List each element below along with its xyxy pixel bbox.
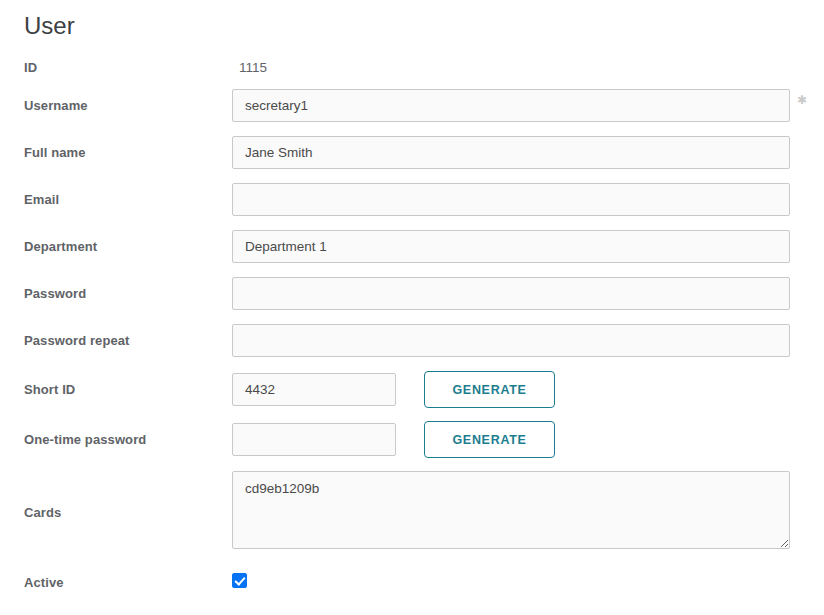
field-row-department: Department — [24, 230, 800, 263]
user-form-page: User ID 1115 Username ✱ Full name Email — [0, 0, 824, 592]
department-label: Department — [24, 239, 232, 254]
password-repeat-label: Password repeat — [24, 333, 232, 348]
password-repeat-input[interactable] — [232, 324, 790, 357]
full-name-input[interactable] — [232, 136, 790, 169]
field-row-username: Username ✱ — [24, 89, 800, 122]
one-time-password-label: One-time password — [24, 432, 232, 447]
id-label: ID — [24, 60, 232, 75]
field-row-cards: Cards cd9eb1209b — [24, 471, 800, 553]
cards-label: Cards — [24, 505, 232, 520]
active-checkbox[interactable] — [232, 573, 247, 588]
email-label: Email — [24, 192, 232, 207]
short-id-label: Short ID — [24, 382, 232, 397]
department-input[interactable] — [232, 230, 790, 263]
field-row-full-name: Full name — [24, 136, 800, 169]
cards-textarea[interactable]: cd9eb1209b — [232, 471, 790, 549]
full-name-label: Full name — [24, 145, 232, 160]
active-label: Active — [24, 575, 232, 590]
short-id-input[interactable] — [232, 373, 396, 406]
username-input[interactable] — [232, 89, 790, 122]
field-row-one-time-password: One-time password GENERATE — [24, 421, 800, 458]
password-label: Password — [24, 286, 232, 301]
page-title: User — [24, 12, 800, 40]
id-value: 1115 — [232, 60, 790, 75]
field-row-password-repeat: Password repeat — [24, 324, 800, 357]
field-row-id: ID 1115 — [24, 60, 800, 75]
field-row-password: Password — [24, 277, 800, 310]
field-row-short-id: Short ID GENERATE — [24, 371, 800, 408]
one-time-password-input[interactable] — [232, 423, 396, 456]
generate-short-id-button[interactable]: GENERATE — [424, 371, 555, 408]
field-row-active: Active — [24, 573, 800, 592]
email-input[interactable] — [232, 183, 790, 216]
user-form: ID 1115 Username ✱ Full name Email — [24, 60, 800, 592]
required-asterisk-icon: ✱ — [797, 94, 807, 106]
generate-one-time-password-button[interactable]: GENERATE — [424, 421, 555, 458]
username-label: Username — [24, 98, 232, 113]
field-row-email: Email — [24, 183, 800, 216]
password-input[interactable] — [232, 277, 790, 310]
